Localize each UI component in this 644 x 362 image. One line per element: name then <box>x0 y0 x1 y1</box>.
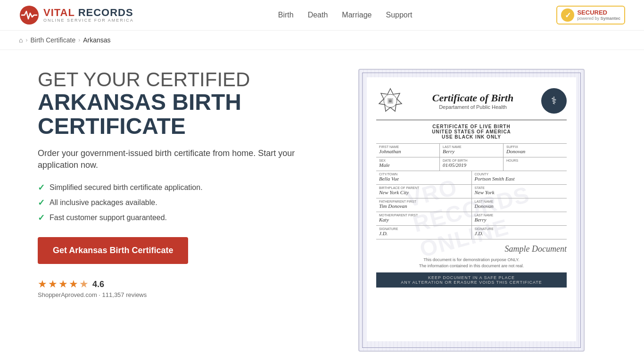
cert-cell-sex: SEX Male <box>376 157 440 171</box>
home-icon[interactable]: ⌂ <box>19 36 23 44</box>
cert-seal-icon: 🏛 <box>376 87 405 115</box>
norton-check-icon: ✓ <box>561 8 574 22</box>
cert-cell-state: STATE New York <box>472 185 567 198</box>
star-4: ★ <box>69 278 78 290</box>
star-1: ★ <box>38 278 47 290</box>
cert-cell-hours: HOURS <box>504 157 567 171</box>
svg-text:🏛: 🏛 <box>388 99 392 103</box>
cert-row-4: BIRTHPLACE OF PARENT New York City STATE… <box>376 184 567 198</box>
nav-marriage[interactable]: Marriage <box>342 8 372 22</box>
hero-subheading: Order your government-issued birth certi… <box>38 148 330 171</box>
check-icon-2: ✓ <box>38 197 45 208</box>
rating-source: ShopperAproved.com · 111,357 reviews <box>38 291 330 298</box>
feature-item-2: ✓ All inclusive packages available. <box>38 197 330 208</box>
cert-cell-suffix: SUFFIX Donovan <box>504 144 567 157</box>
cert-header: 🏛 Certificate of Birth Departament of Pu… <box>376 87 567 115</box>
cert-cell-sig2: SIGNATURE J.D. <box>472 226 567 239</box>
features-list: ✓ Simplified secured birth certificate a… <box>38 182 330 223</box>
cert-footer: KEEP DOCUMENT IN A SAFE PLACE ANY ALTERA… <box>376 272 567 288</box>
cert-cell-mother-last: LAST NAME Berry <box>472 212 567 225</box>
star-3: ★ <box>58 278 68 290</box>
cert-cell-name-last: LAST NAME Berry <box>440 144 504 157</box>
cert-title-area: Certificate of Birth Departament of Publ… <box>405 92 541 110</box>
norton-secured-label: SECURED <box>577 9 620 16</box>
cert-cell-name-first: FIRST NAME Johnathan <box>376 144 440 157</box>
cert-fields: FIRST NAME Johnathan LAST NAME Berry SUF… <box>376 143 567 239</box>
breadcrumb-birth-cert[interactable]: Birth Certificate <box>30 36 75 44</box>
nav-death[interactable]: Death <box>308 8 328 22</box>
feature-label-2: All inclusive packages available. <box>50 198 157 207</box>
site-header: VITAL RECORDS ONLINE SERVICE FOR AMERICA… <box>0 0 644 31</box>
hero-section: GET YOUR CERTIFIED ARKANSAS BIRTHCERTIFI… <box>38 69 330 298</box>
feature-label-1: Simplified secured birth certificate app… <box>50 183 203 192</box>
certificate-preview: 🏛 Certificate of Birth Departament of Pu… <box>358 69 585 352</box>
rating-area: ★ ★ ★ ★ ★ 4.6 <box>38 278 330 290</box>
cert-row-3: CITY/TOWN Bella Vue COUNTY Portson Smith… <box>376 171 567 184</box>
breadcrumb-current: Arkansas <box>83 36 110 44</box>
cert-body-title: CERTIFICATE OF LIVE BIRTH UNITED STATES … <box>376 124 567 140</box>
logo-brand: VITAL RECORDS <box>43 7 134 18</box>
cert-emblem-icon: ⚕ <box>541 88 567 114</box>
cert-cell-father-first: FATHER/PARENT FIRST Tim Donovan <box>376 198 472 212</box>
cert-row-7: SIGNATURE J.D. SIGNATURE J.D. <box>376 225 567 239</box>
cert-cell-dob: DATE OF BIRTH 01/05/2019 <box>440 157 504 171</box>
rating-number: 4.6 <box>92 280 104 289</box>
cert-inner: 🏛 Certificate of Birth Departament of Pu… <box>367 77 576 341</box>
cert-dept: Departament of Public Health <box>405 104 541 110</box>
feature-label-3: Fast customer support guaranteed. <box>50 214 167 222</box>
logo-tagline: ONLINE SERVICE FOR AMERICA <box>43 18 134 23</box>
cert-row-5: FATHER/PARENT FIRST Tim Donovan LAST NAM… <box>376 198 567 212</box>
nav-support[interactable]: Support <box>386 8 413 22</box>
cert-row-1: FIRST NAME Johnathan LAST NAME Berry SUF… <box>376 143 567 157</box>
cert-cell-county: COUNTY Portson Smith East <box>472 171 567 184</box>
hero-heading-main: ARKANSAS BIRTHCERTIFICATE <box>38 90 330 138</box>
cert-cell-birthplace: BIRTHPLACE OF PARENT New York City <box>376 185 472 198</box>
star-5-half: ★ <box>79 278 89 290</box>
cert-cell-father-last: LAST NAME Donovan <box>472 198 567 212</box>
cert-cell-mother: MOTHER/PARENT FIRST Katy <box>376 212 472 225</box>
star-2: ★ <box>48 278 58 290</box>
cta-button[interactable]: Get Arkansas Birth Certificate <box>38 237 188 264</box>
norton-powered-label: powered by Symantec <box>577 16 620 21</box>
cert-sample-label: Sample Document <box>376 244 567 254</box>
main-content: GET YOUR CERTIFIED ARKANSAS BIRTHCERTIFI… <box>0 50 644 362</box>
check-icon-3: ✓ <box>38 213 45 223</box>
cert-title: Certificate of Birth <box>405 92 541 104</box>
cert-row-6: MOTHER/PARENT FIRST Katy LAST NAME Berry <box>376 212 567 225</box>
logo-icon <box>19 5 40 25</box>
feature-item-3: ✓ Fast customer support guaranteed. <box>38 213 330 223</box>
cert-container: 🏛 Certificate of Birth Departament of Pu… <box>358 69 585 352</box>
cert-row-2: SEX Male DATE OF BIRTH 01/05/2019 HOURS <box>376 157 567 171</box>
check-icon-1: ✓ <box>38 182 45 193</box>
nav-birth[interactable]: Birth <box>278 8 294 22</box>
hero-heading-top: GET YOUR CERTIFIED <box>38 69 330 90</box>
feature-item-1: ✓ Simplified secured birth certificate a… <box>38 182 330 193</box>
cert-divider-1 <box>376 120 567 120</box>
cert-cell-sig1: SIGNATURE J.D. <box>376 226 472 239</box>
cert-cell-city: CITY/TOWN Bella Vue <box>376 171 472 184</box>
main-nav: Birth Death Marriage Support <box>278 8 413 22</box>
breadcrumb-sep-2: › <box>78 37 80 43</box>
norton-badge: ✓ SECURED powered by Symantec <box>556 6 625 25</box>
star-rating: ★ ★ ★ ★ ★ <box>38 278 89 290</box>
logo[interactable]: VITAL RECORDS ONLINE SERVICE FOR AMERICA <box>19 5 134 25</box>
cert-note: This document is for demonstration purpo… <box>376 257 567 269</box>
breadcrumb-sep-1: › <box>25 37 27 43</box>
breadcrumb: ⌂ › Birth Certificate › Arkansas <box>0 31 644 50</box>
